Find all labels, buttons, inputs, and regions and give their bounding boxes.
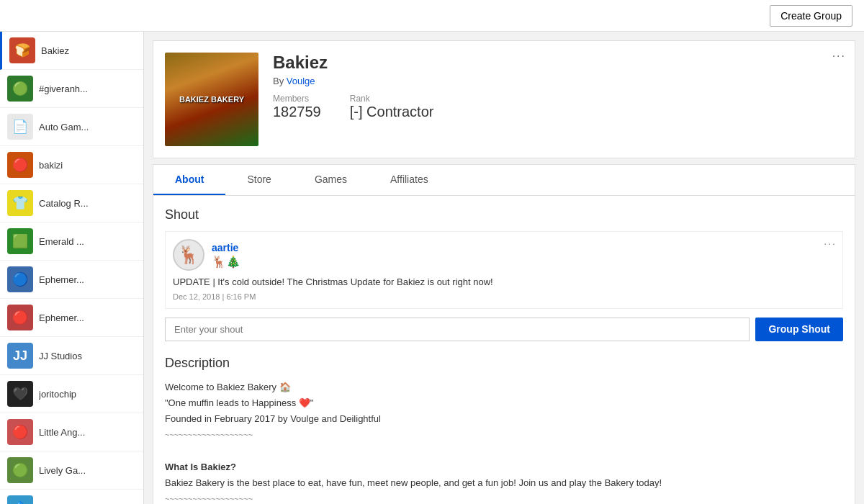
sidebar-icon-ephemer1: 🔵 [7,266,33,292]
shout-section: Shout ··· 🦌 aartie 🦌🎄 UPDATE | It's cold… [165,207,843,341]
shout-input-row: Group Shout [165,318,843,341]
sidebar-label-bakiez: Bakiez [41,45,69,56]
tabs-and-content: AboutStoreGamesAffiliates Shout ··· 🦌 aa… [153,164,855,504]
sidebar-icon-autogam: 📄 [7,114,33,140]
sidebar-icon-bakiez: 🍞 [9,37,35,63]
sidebar-item-catalogr[interactable]: 👕Catalog R... [0,184,143,222]
shout-date: Dec 12, 2018 | 6:16 PM [173,292,835,301]
shout-user-row: 🦌 aartie 🦌🎄 [173,239,835,271]
sidebar-item-joritochip[interactable]: 🖤joritochip [0,375,143,413]
group-by: By Voulge [273,76,843,86]
sidebar-label-emerald: Emerald ... [39,236,84,247]
main-content: BAKIEZ BAKERY Bakiez By Voulge Members 1… [144,32,864,504]
sidebar-label-jj: JJ Studios [39,351,82,361]
description-body: Welcome to Bakiez Bakery 🏠"One muffin le… [165,379,843,505]
sidebar-label-ephemer1: Ephemer... [39,274,84,285]
description-line: ~~~~~~~~~~~~~~~~~~~ [165,428,843,442]
tab-affiliates[interactable]: Affiliates [369,165,450,195]
sidebar-item-littleang[interactable]: 🔴Little Ang... [0,413,143,451]
sidebar-label-autogam: Auto Gam... [39,122,89,132]
description-line: Bakiez Bakery is the best place to eat, … [165,475,843,491]
sidebar-item-giveranh[interactable]: 🟢#giveranh... [0,70,143,108]
sidebar-icon-jj: JJ [7,343,33,369]
sidebar-icon-bakizi: 🔴 [7,152,33,178]
sidebar-label-littleang: Little Ang... [39,427,85,438]
sidebar-label-joritochip: joritochip [39,389,76,400]
sidebar-icon-giveranh: 🟢 [7,76,33,102]
tab-about[interactable]: About [153,165,225,195]
description-line: ~~~~~~~~~~~~~~~~~~~ [165,492,843,504]
shout-box: ··· 🦌 aartie 🦌🎄 UPDATE | It's cold outsi… [165,231,843,309]
sidebar-label-catalogr: Catalog R... [39,198,89,209]
group-stats: Members 182759 Rank [-] Contractor [273,94,843,120]
sidebar-icon-emerald: 🟩 [7,228,33,254]
shout-input[interactable] [165,318,750,341]
description-title: Description [165,356,843,371]
description-line: Founded in February 2017 by Voulge and D… [165,411,843,427]
group-info: Bakiez By Voulge Members 182759 Rank [-]… [273,53,843,120]
rank-stat: Rank [-] Contractor [350,94,434,120]
group-logo-text: BAKIEZ BAKERY [179,94,244,104]
members-stat: Members 182759 [273,94,321,120]
sidebar-item-emerald[interactable]: 🟩Emerald ... [0,222,143,261]
description-line: What Is Bakiez? [165,459,843,475]
sidebar-icon-littleang: 🔴 [7,419,33,445]
sidebar-label-bakizi: bakizi [39,160,63,171]
sidebar-item-robloxd[interactable]: 🔷Roblox D... [0,490,143,504]
shout-menu-icon[interactable]: ··· [824,238,837,249]
top-bar: Create Group [0,0,864,32]
group-shout-button[interactable]: Group Shout [755,318,843,341]
shout-avatar: 🦌 [173,239,204,271]
main-layout: 🍞Bakiez🟢#giveranh...📄Auto Gam...🔴bakizi👕… [0,32,864,504]
group-name: Bakiez [273,53,843,73]
tab-store[interactable]: Store [225,165,292,195]
sidebar-item-livelyga[interactable]: 🟢Lively Ga... [0,451,143,490]
sidebar-label-giveranh: #giveranh... [39,84,88,94]
description-line [165,443,843,459]
sidebar-item-bakizi[interactable]: 🔴bakizi [0,146,143,184]
tabs-bar: AboutStoreGamesAffiliates [153,164,855,195]
description-line: "One muffin leads to Happiness ❤️" [165,395,843,411]
tab-games[interactable]: Games [293,165,369,195]
group-header-menu-icon[interactable]: ··· [832,50,846,63]
shout-message: UPDATE | It's cold outside! The Christma… [173,275,835,289]
sidebar-icon-joritochip: 🖤 [7,381,33,407]
sidebar-icon-ephemer2: 🔴 [7,305,33,330]
sidebar-label-livelyga: Lively Ga... [39,465,86,476]
shout-title: Shout [165,207,843,222]
members-label: Members [273,94,321,104]
rank-label: Rank [350,94,434,104]
group-logo: BAKIEZ BAKERY [165,53,258,146]
sidebar-icon-livelyga: 🟢 [7,457,33,483]
sidebar-item-ephemer1[interactable]: 🔵Ephemer... [0,261,143,299]
shout-icons: 🦌🎄 [212,255,240,269]
sidebar-item-bakiez[interactable]: 🍞Bakiez [0,32,143,70]
create-group-button[interactable]: Create Group [770,5,852,27]
description-line: Welcome to Bakiez Bakery 🏠 [165,379,843,395]
rank-value: [-] Contractor [350,104,434,120]
members-count: 182759 [273,104,321,120]
group-header-card: BAKIEZ BAKERY Bakiez By Voulge Members 1… [153,40,855,158]
sidebar-item-ephemer2[interactable]: 🔴Ephemer... [0,299,143,337]
sidebar-icon-robloxd: 🔷 [7,495,33,504]
group-author-link[interactable]: Voulge [287,76,315,86]
content-area: Shout ··· 🦌 aartie 🦌🎄 UPDATE | It's cold… [153,195,855,504]
sidebar: 🍞Bakiez🟢#giveranh...📄Auto Gam...🔴bakizi👕… [0,32,144,504]
sidebar-item-autogam[interactable]: 📄Auto Gam... [0,108,143,146]
sidebar-label-ephemer2: Ephemer... [39,312,84,323]
sidebar-item-jj[interactable]: JJJJ Studios [0,337,143,375]
shout-username[interactable]: aartie [212,242,240,253]
description-section: Description Welcome to Bakiez Bakery 🏠"O… [165,356,843,505]
sidebar-icon-catalogr: 👕 [7,190,33,216]
